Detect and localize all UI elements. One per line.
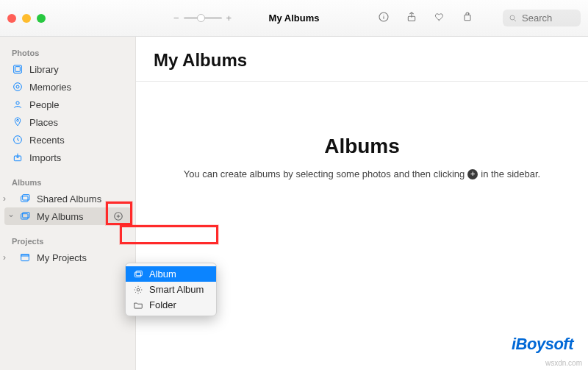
sidebar-section-albums: Albums (0, 174, 135, 190)
shared-album-icon (19, 193, 31, 204)
content-area: My Albums Albums You can create albums b… (136, 37, 588, 370)
svg-rect-24 (135, 272, 140, 277)
window-toolbar: − + My Albums (0, 0, 588, 37)
sidebar-section-photos: Photos (0, 44, 135, 60)
imports-icon (12, 152, 24, 163)
watermark-source: wsxdn.com (545, 359, 582, 367)
sidebar-item-recents[interactable]: Recents (0, 131, 135, 149)
svg-rect-16 (23, 195, 29, 200)
sidebar-item-my-albums[interactable]: My Albums (4, 207, 131, 225)
people-icon (12, 99, 24, 110)
info-icon[interactable] (378, 11, 390, 25)
zoom-track[interactable] (184, 17, 222, 19)
plus-badge-icon: + (467, 169, 478, 179)
svg-point-9 (14, 83, 22, 91)
sidebar-item-people[interactable]: People (0, 96, 135, 113)
svg-rect-17 (21, 214, 28, 219)
sidebar-label: People (29, 99, 59, 110)
svg-point-11 (16, 102, 19, 104)
minimize-window-button[interactable] (22, 14, 31, 23)
menu-item-album[interactable]: Album (126, 266, 216, 282)
projects-icon (19, 252, 31, 263)
new-album-context-menu: Album Smart Album Folder (125, 263, 217, 316)
svg-line-6 (514, 19, 517, 21)
sidebar-label: Shared Albums (37, 193, 101, 204)
window-body: Photos Library Memories People Places Re… (0, 37, 588, 370)
page-title: My Albums (154, 50, 570, 71)
sidebar-label: My Projects (37, 252, 87, 263)
empty-hint-post: in the sidebar. (481, 168, 540, 179)
svg-rect-15 (21, 196, 28, 202)
album-icon (133, 269, 143, 280)
gear-icon (133, 285, 143, 295)
zoom-in-icon: + (226, 13, 232, 24)
svg-point-2 (383, 15, 384, 15)
sidebar-item-my-projects[interactable]: My Projects (0, 249, 135, 266)
sidebar-section-projects: Projects (0, 232, 135, 249)
svg-rect-18 (23, 213, 29, 218)
sidebar-item-memories[interactable]: Memories (0, 78, 135, 96)
search-field[interactable] (503, 10, 581, 26)
memories-icon (12, 81, 24, 93)
svg-rect-8 (15, 67, 21, 72)
empty-title: Albums (324, 135, 400, 158)
svg-rect-23 (21, 255, 29, 256)
folder-icon (133, 300, 143, 310)
photos-app-window: − + My Albums Photos Library (0, 0, 588, 370)
recents-icon (12, 134, 24, 146)
fullscreen-window-button[interactable] (37, 14, 46, 23)
watermark-brand: iBoysoft (512, 335, 573, 354)
add-album-button[interactable] (110, 208, 126, 224)
zoom-out-icon: − (173, 13, 179, 24)
empty-hint-pre: You can create albums by selecting some … (184, 168, 465, 179)
svg-point-12 (17, 119, 19, 121)
sidebar-label: Places (29, 117, 58, 128)
thumbnail-zoom-slider[interactable]: − + (173, 13, 232, 24)
svg-rect-4 (465, 15, 470, 20)
sidebar-item-shared-albums[interactable]: Shared Albums (0, 190, 135, 207)
sidebar-item-places[interactable]: Places (0, 113, 135, 131)
content-header: My Albums (136, 37, 588, 81)
album-icon (19, 210, 31, 222)
sidebar-label: Imports (29, 152, 61, 163)
svg-rect-25 (136, 271, 142, 275)
places-icon (12, 116, 24, 128)
toolbar-actions (378, 10, 581, 26)
svg-point-5 (510, 15, 514, 20)
menu-label: Folder (149, 299, 176, 310)
favorite-icon[interactable] (434, 11, 445, 25)
plus-icon (113, 211, 123, 221)
svg-rect-22 (21, 255, 29, 261)
menu-item-folder[interactable]: Folder (126, 297, 216, 313)
menu-item-smart-album[interactable]: Smart Album (126, 282, 216, 297)
menu-label: Smart Album (149, 284, 204, 295)
sidebar-label: Memories (29, 82, 71, 93)
search-input[interactable] (522, 13, 573, 24)
empty-hint: You can create albums by selecting some … (184, 168, 540, 179)
empty-state: Albums You can create albums by selectin… (136, 82, 588, 370)
sidebar: Photos Library Memories People Places Re… (0, 37, 136, 370)
search-icon (509, 14, 517, 23)
sidebar-label: Recents (29, 135, 65, 146)
sidebar-item-library[interactable]: Library (0, 60, 135, 78)
menu-label: Album (149, 268, 176, 280)
svg-point-10 (16, 85, 19, 88)
traffic-lights (7, 14, 46, 23)
zoom-knob[interactable] (197, 14, 205, 22)
sidebar-item-imports[interactable]: Imports (0, 149, 135, 166)
svg-point-26 (137, 288, 140, 291)
close-window-button[interactable] (7, 14, 16, 23)
share-icon[interactable] (406, 11, 417, 25)
rotate-icon[interactable] (462, 11, 473, 25)
sidebar-label: Library (29, 64, 59, 75)
sidebar-label: My Albums (37, 211, 84, 222)
library-icon (12, 63, 24, 75)
